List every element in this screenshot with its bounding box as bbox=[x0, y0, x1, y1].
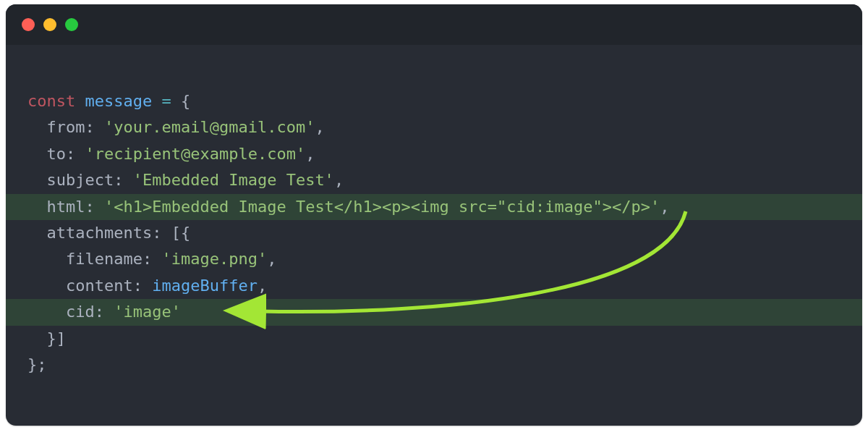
code-area: const message = { from: 'your.email@gmai… bbox=[6, 45, 862, 378]
code-window: const message = { from: 'your.email@gmai… bbox=[6, 4, 862, 426]
code-line-7: filename: 'image.png', bbox=[6, 246, 862, 272]
code-line-6: attachments: [{ bbox=[6, 220, 862, 246]
minimize-icon[interactable] bbox=[43, 18, 56, 31]
code-line-1: const message = { bbox=[6, 88, 862, 114]
maximize-icon[interactable] bbox=[65, 18, 78, 31]
code-line-8: content: imageBuffer, bbox=[6, 273, 862, 299]
code-line-4: subject: 'Embedded Image Test', bbox=[6, 167, 862, 193]
code-line-9-highlighted: cid: 'image' bbox=[6, 299, 862, 325]
code-line-5-highlighted: html: '<h1>Embedded Image Test</h1><p><i… bbox=[6, 194, 862, 220]
code-line-11: }; bbox=[6, 352, 862, 378]
top-padding bbox=[6, 45, 862, 88]
code-line-3: to: 'recipient@example.com', bbox=[6, 141, 862, 167]
token-keyword: const bbox=[27, 92, 75, 110]
window-titlebar bbox=[6, 4, 862, 45]
token-brace: { bbox=[181, 92, 190, 110]
token-operator: = bbox=[161, 92, 171, 110]
token-variable: message bbox=[85, 92, 152, 110]
code-line-10: }] bbox=[6, 326, 862, 352]
close-icon[interactable] bbox=[22, 18, 35, 31]
code-line-2: from: 'your.email@gmail.com', bbox=[6, 114, 862, 140]
